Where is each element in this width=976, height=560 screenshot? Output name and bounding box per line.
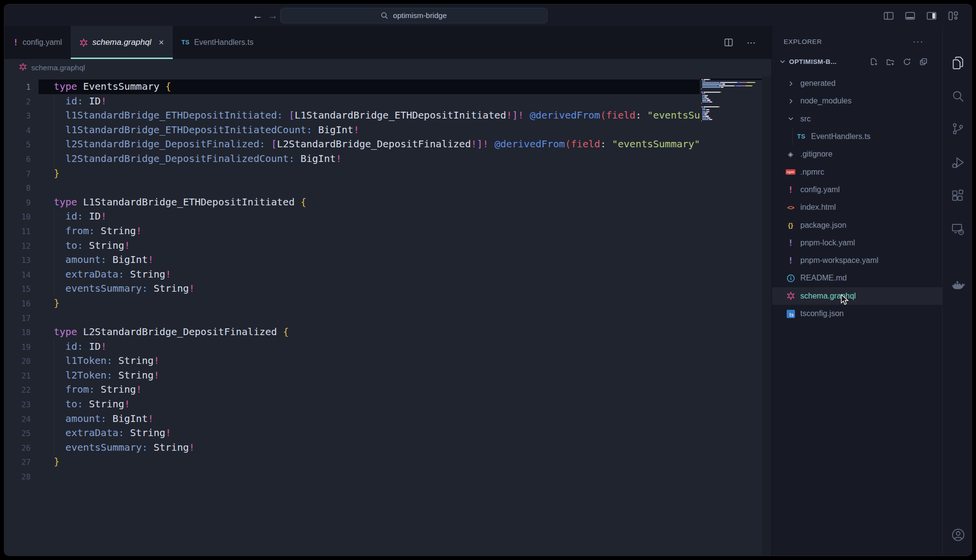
search-icon[interactable]	[951, 89, 965, 104]
code-line-16[interactable]: 16}	[4, 296, 700, 311]
code-line-26[interactable]: 26 eventsSummary: String!	[4, 440, 700, 455]
collapse-all-icon[interactable]	[919, 58, 928, 66]
line-number: 16	[4, 297, 31, 311]
editor-more-actions-icon[interactable]: ⋯	[747, 37, 757, 48]
code-line-7[interactable]: 7}	[4, 166, 700, 181]
account-icon[interactable]	[951, 527, 965, 542]
code-line-17[interactable]: 17	[4, 311, 700, 325]
new-file-icon[interactable]	[870, 58, 878, 66]
chevron-down-icon	[787, 115, 794, 122]
file-label: tsconfig.json	[800, 309, 844, 318]
close-icon[interactable]: ×	[159, 38, 164, 48]
minimap[interactable]	[700, 79, 762, 137]
code-line-1[interactable]: 1type EventsSummary {	[4, 80, 700, 94]
file-label: generated	[800, 79, 835, 88]
file-tree: generatednode_modulessrcTSEventHandlers.…	[772, 75, 942, 322]
code-line-5[interactable]: 5 l2StandardBridge_DepositFinalized: [L2…	[4, 137, 700, 152]
code-line-11[interactable]: 11 from: String!	[4, 224, 700, 239]
code-line-23[interactable]: 23 to: String!	[4, 397, 700, 412]
code-line-13[interactable]: 13 amount: BigInt!	[4, 253, 700, 267]
code-line-27[interactable]: 27}	[4, 455, 700, 469]
typescript-icon: TS	[797, 133, 806, 140]
new-folder-icon[interactable]	[886, 58, 895, 66]
explorer-more-icon[interactable]: ···	[913, 37, 924, 47]
folder-node_modules[interactable]: node_modules	[772, 92, 942, 110]
tab-label: config.yaml	[22, 38, 62, 47]
chevron-right-icon	[787, 98, 794, 105]
run-debug-icon[interactable]	[951, 156, 965, 170]
breadcrumb[interactable]: schema.graphql	[4, 59, 772, 77]
code-line-3[interactable]: 3 l1StandardBridge_ETHDepositInitiated: …	[4, 108, 700, 123]
code-line-14[interactable]: 14 extraData: String!	[4, 267, 700, 282]
layout-controls	[883, 4, 959, 27]
breadcrumb-file: schema.graphql	[31, 63, 85, 72]
explorer-header: EXPLORER ···	[772, 35, 942, 48]
workspace-name: OPTIMISM-B...	[789, 58, 836, 65]
code-line-21[interactable]: 21 l2Token: String!	[4, 368, 700, 383]
code-line-12[interactable]: 12 to: String!	[4, 239, 700, 253]
file-.gitignore[interactable]: ◈.gitignore	[772, 145, 942, 163]
code-line-10[interactable]: 10 id: ID!	[4, 209, 700, 224]
code-editor[interactable]: 1type EventsSummary {2 id: ID!3 l1Standa…	[4, 77, 772, 556]
nav-back-button[interactable]: ←	[250, 4, 265, 27]
folder-generated[interactable]: generated	[772, 75, 942, 92]
remote-explorer-icon[interactable]	[951, 221, 965, 236]
line-number: 8	[4, 181, 31, 196]
code-line-4[interactable]: 4 l1StandardBridge_ETHDepositInitiatedCo…	[4, 123, 700, 138]
code-line-28[interactable]: 28	[4, 469, 700, 484]
code-line-9[interactable]: 9type L1StandardBridge_ETHDepositInitiat…	[4, 195, 700, 210]
file-label: package.json	[800, 221, 846, 230]
editor-scrollbar[interactable]	[762, 77, 772, 556]
graphql-icon	[787, 292, 795, 300]
code-line-18[interactable]: 18type L2StandardBridge_DepositFinalized…	[4, 325, 700, 340]
file-index.html[interactable]: <>index.html	[772, 199, 942, 216]
file-.npmrc[interactable]: npm.npmrc	[772, 163, 942, 180]
code-line-2[interactable]: 2 id: ID!	[4, 94, 700, 109]
tab-schema.graphql[interactable]: schema.graphql×	[71, 26, 172, 59]
file-label: index.html	[800, 203, 836, 212]
file-pnpm-lock.yaml[interactable]: !pnpm-lock.yaml	[772, 234, 942, 252]
tab-EventHandlers.ts[interactable]: TSEventHandlers.ts	[173, 26, 263, 59]
line-number: 12	[4, 239, 31, 254]
refresh-icon[interactable]	[903, 58, 911, 66]
file-pnpm-workspace.yaml[interactable]: !pnpm-workspace.yaml	[772, 252, 942, 269]
chevron-down-icon	[779, 58, 786, 65]
customize-layout-icon[interactable]	[947, 10, 959, 22]
code-line-20[interactable]: 20 l1Token: String!	[4, 354, 700, 368]
file-README.md[interactable]: README.md	[772, 269, 942, 287]
nav-forward-button[interactable]: →	[265, 4, 280, 27]
code-line-8[interactable]: 8	[4, 180, 700, 195]
tab-config.yaml[interactable]: !config.yaml	[4, 26, 71, 59]
command-center-search[interactable]: optimism-bridge	[280, 8, 548, 23]
code-line-15[interactable]: 15 eventsSummary: String!	[4, 281, 700, 296]
file-EventHandlers.ts[interactable]: TSEventHandlers.ts	[772, 128, 942, 145]
tab-bar-actions: ⋯	[723, 26, 772, 59]
line-number: 17	[4, 311, 31, 326]
file-package.json[interactable]: {}package.json	[772, 216, 942, 234]
vscode-window: ← → optimism-bridge !config.yaml schema.…	[4, 4, 972, 556]
explorer-icon[interactable]	[951, 56, 965, 70]
code-line-22[interactable]: 22 from: String!	[4, 382, 700, 397]
file-label: node_modules	[800, 97, 852, 105]
file-schema.graphql[interactable]: schema.graphql	[772, 287, 942, 305]
extensions-icon[interactable]	[951, 188, 965, 203]
code-line-6[interactable]: 6 l2StandardBridge_DepositFinalizedCount…	[4, 152, 700, 166]
search-value: optimism-bridge	[393, 11, 447, 20]
code-line-19[interactable]: 19 id: ID!	[4, 340, 700, 354]
toggle-secondary-sidebar-icon[interactable]	[926, 10, 937, 22]
toggle-panel-icon[interactable]	[904, 10, 916, 22]
code-line-24[interactable]: 24 amount: BigInt!	[4, 412, 700, 426]
code-line-25[interactable]: 25 extraData: String!	[4, 426, 700, 440]
line-number: 13	[4, 253, 31, 268]
file-config.yaml[interactable]: !config.yaml	[772, 181, 942, 199]
tab-bar-spacer	[262, 26, 723, 59]
file-tsconfig.json[interactable]: tstsconfig.json	[772, 305, 942, 322]
toggle-sidebar-icon[interactable]	[883, 10, 895, 22]
typescript-icon: TS	[182, 39, 190, 46]
split-editor-icon[interactable]	[723, 37, 734, 48]
source-control-icon[interactable]	[951, 121, 965, 136]
docker-icon[interactable]	[951, 279, 965, 293]
explorer-section-header[interactable]: OPTIMISM-B...	[772, 53, 942, 70]
line-number: 3	[4, 109, 31, 123]
folder-src[interactable]: src	[772, 110, 942, 128]
